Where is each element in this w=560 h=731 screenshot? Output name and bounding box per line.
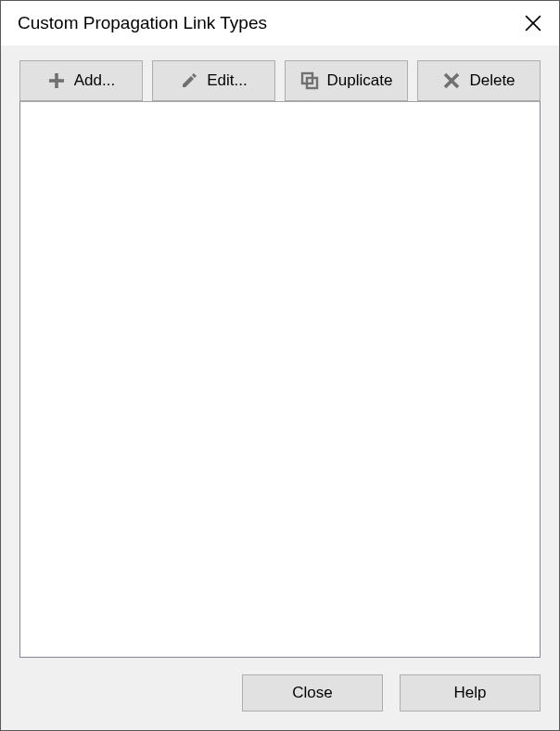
duplicate-button-label: Duplicate (327, 71, 393, 90)
add-button[interactable]: Add... (19, 60, 143, 101)
add-button-label: Add... (74, 71, 115, 90)
dialog-footer: Close Help (19, 658, 541, 712)
dialog-content: Add... Edit... Duplica (1, 45, 559, 730)
pencil-icon (180, 71, 198, 90)
duplicate-icon (300, 71, 319, 90)
titlebar: Custom Propagation Link Types (1, 1, 559, 45)
plus-icon (47, 71, 66, 90)
delete-button-label: Delete (469, 71, 515, 90)
toolbar: Add... Edit... Duplica (19, 60, 541, 101)
svg-rect-3 (49, 79, 64, 83)
delete-button[interactable]: Delete (417, 60, 541, 101)
link-types-list[interactable] (19, 101, 541, 658)
x-icon (442, 71, 461, 90)
close-button[interactable]: Close (242, 674, 383, 712)
edit-button[interactable]: Edit... (152, 60, 275, 101)
edit-button-label: Edit... (207, 71, 247, 90)
close-icon[interactable] (520, 10, 546, 36)
duplicate-button[interactable]: Duplicate (285, 60, 408, 101)
dialog-window: Custom Propagation Link Types Add... (0, 0, 560, 731)
dialog-title: Custom Propagation Link Types (18, 13, 267, 33)
help-button[interactable]: Help (400, 674, 541, 712)
